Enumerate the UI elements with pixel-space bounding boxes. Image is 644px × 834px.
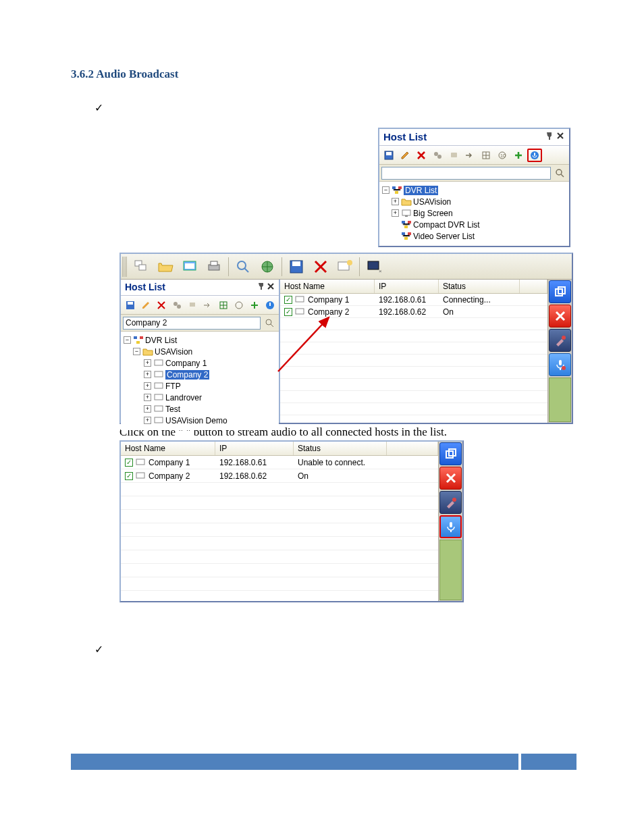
collapse-icon[interactable]: −: [124, 336, 131, 344]
tree-node[interactable]: USAVision: [413, 197, 451, 207]
monitor-window-icon[interactable]: [178, 256, 201, 278]
tree-node[interactable]: Big Screen: [413, 209, 453, 218]
expand-icon[interactable]: +: [144, 417, 151, 424]
svg-rect-56: [155, 417, 163, 423]
save-icon[interactable]: [285, 256, 308, 278]
microphone-stream-button[interactable]: [439, 515, 462, 538]
folder-open-icon[interactable]: [154, 256, 177, 278]
tree-node[interactable]: Company 1: [165, 359, 207, 368]
svg-point-47: [266, 319, 271, 325]
column-header-hostname[interactable]: Host Name: [121, 442, 215, 455]
expand-icon[interactable]: +: [144, 359, 151, 367]
expand-icon[interactable]: +: [144, 371, 151, 378]
collapse-icon[interactable]: −: [382, 186, 390, 194]
close-icon[interactable]: [549, 305, 571, 328]
arrow-icon[interactable]: [462, 149, 477, 162]
audio-broadcast-icon[interactable]: [527, 149, 542, 162]
checkbox-icon[interactable]: ✓: [125, 472, 133, 480]
close-icon[interactable]: [556, 131, 565, 142]
edit-icon[interactable]: [398, 149, 412, 162]
close-icon[interactable]: [267, 282, 275, 292]
table-row[interactable]: ✓Company 1 192.168.0.61 Unable to connec…: [121, 456, 438, 469]
tree-node[interactable]: USAVision Demo: [165, 416, 227, 425]
delete-icon[interactable]: [309, 256, 332, 278]
column-header-status[interactable]: Status: [439, 280, 520, 293]
tree-node[interactable]: Video Server List: [413, 232, 475, 241]
tree-node-dvr-list[interactable]: DVR List: [404, 186, 438, 195]
column-header-hostname[interactable]: Host Name: [280, 280, 375, 293]
pin-icon[interactable]: [545, 131, 554, 142]
delete-icon[interactable]: [414, 149, 429, 162]
resize-grip[interactable]: [439, 540, 462, 600]
tree-node[interactable]: Company 2: [165, 370, 209, 380]
tree-node[interactable]: Landrover: [165, 393, 202, 402]
bullet-checkmark: ✓: [95, 643, 576, 656]
plus-icon[interactable]: [247, 298, 261, 312]
tag-icon[interactable]: [185, 298, 199, 312]
audio-broadcast-icon[interactable]: [263, 298, 277, 312]
column-header-ip[interactable]: IP: [215, 442, 294, 455]
new-monitor-icon[interactable]: [333, 256, 356, 278]
save-icon[interactable]: [123, 298, 137, 312]
delete-icon[interactable]: [154, 298, 168, 312]
screen-toggle-icon[interactable]: ×: [363, 256, 385, 278]
svg-rect-2: [386, 152, 392, 155]
globe-icon[interactable]: [256, 256, 279, 278]
column-header-status[interactable]: Status: [294, 442, 387, 455]
expand-icon[interactable]: +: [144, 405, 151, 413]
tree-node[interactable]: FTP: [165, 382, 181, 391]
badge-icon[interactable]: [232, 298, 246, 312]
search-input[interactable]: [381, 167, 551, 180]
host-tree: − DVR List + USAVision + Big Screen . Co…: [379, 182, 569, 246]
expand-icon[interactable]: +: [392, 198, 399, 205]
tools-icon[interactable]: [439, 491, 462, 514]
tree-node[interactable]: Compact DVR List: [413, 220, 480, 230]
svg-rect-63: [560, 368, 561, 370]
broadcast-status-panel: Host Name IP Status ✓Company 1 192.168.0…: [119, 440, 464, 602]
collapse-icon[interactable]: −: [133, 348, 140, 355]
resize-grip[interactable]: [549, 377, 571, 422]
tree-node[interactable]: USAVision: [155, 347, 192, 357]
checkbox-icon[interactable]: ✓: [284, 296, 292, 304]
svg-rect-48: [134, 336, 137, 339]
cascade-icon[interactable]: [130, 256, 153, 278]
search-icon[interactable]: [232, 256, 254, 278]
expand-icon[interactable]: +: [392, 209, 399, 217]
table-row[interactable]: ✓Company 2 192.168.0.62 On: [121, 469, 438, 483]
tag-icon[interactable]: [446, 149, 461, 162]
search-input[interactable]: [123, 317, 261, 330]
expand-icon[interactable]: +: [144, 394, 151, 401]
search-icon[interactable]: [262, 316, 277, 330]
svg-rect-49: [140, 336, 143, 339]
svg-point-71: [452, 498, 456, 502]
column-header-ip[interactable]: IP: [375, 280, 439, 293]
pin-icon[interactable]: [257, 282, 265, 292]
group-icon[interactable]: [169, 298, 184, 312]
window-restore-icon[interactable]: [549, 280, 571, 303]
svg-rect-22: [404, 237, 408, 240]
tree-node[interactable]: Test: [165, 405, 180, 414]
plus-icon[interactable]: [511, 149, 526, 162]
group-icon[interactable]: [430, 149, 445, 162]
expand-icon[interactable]: +: [144, 382, 151, 390]
grid-icon[interactable]: [479, 149, 493, 162]
tools-icon[interactable]: [549, 329, 571, 352]
search-icon[interactable]: [552, 166, 567, 180]
microphone-icon[interactable]: [549, 353, 571, 376]
table-row[interactable]: ✓Company 1 192.168.0.61 Connecting...: [280, 294, 547, 306]
tree-node-dvr-list[interactable]: DVR List: [145, 336, 177, 345]
window-restore-icon[interactable]: [439, 442, 462, 465]
grid-icon[interactable]: [216, 298, 230, 312]
checkbox-icon[interactable]: ✓: [284, 308, 292, 316]
network-list-icon: [133, 336, 144, 345]
svg-rect-21: [408, 232, 411, 235]
edit-icon[interactable]: [138, 298, 153, 312]
checkbox-icon[interactable]: ✓: [125, 459, 133, 467]
badge-icon[interactable]: 10: [495, 149, 510, 162]
printer-icon[interactable]: [203, 256, 225, 278]
close-icon[interactable]: [439, 467, 462, 490]
table-row[interactable]: ✓Company 2 192.168.0.62 On: [280, 306, 547, 318]
svg-marker-0: [547, 132, 552, 140]
arrow-icon[interactable]: [200, 298, 215, 312]
save-icon[interactable]: [381, 149, 396, 162]
